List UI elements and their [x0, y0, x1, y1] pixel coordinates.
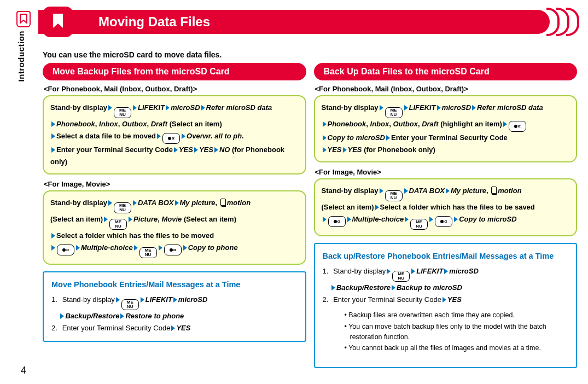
sub-heading: <For Image, Movie>: [315, 168, 578, 176]
arrow-icon: [133, 105, 137, 110]
menu-key-icon: ME NU: [385, 190, 403, 201]
arrow-icon: [323, 121, 327, 127]
arrow-icon: [175, 200, 179, 206]
text: Stand-by display: [333, 267, 386, 275]
bookmark-icon: [43, 7, 73, 37]
arrow-icon: [51, 121, 55, 127]
text: My picture: [180, 199, 216, 207]
info-box-title: Move Phonebook Entries/Mail Messages at …: [51, 278, 298, 292]
arrow-icon: [343, 147, 347, 153]
arrow-icon: [405, 217, 409, 222]
arrow-icon: [51, 147, 55, 153]
right-column: Back Up Data Files to the microSD Card <…: [314, 63, 578, 368]
arrow-icon: [174, 147, 178, 153]
note: Backup files are overwritten each time t…: [345, 310, 569, 321]
arrow-icon: [392, 285, 395, 290]
menu-key-icon: ME NU: [109, 219, 127, 230]
step: 2. Enter your Terminal Security CodeYES: [51, 322, 298, 334]
arrow-icon: [134, 245, 138, 251]
text: Backup to microSD: [397, 283, 462, 292]
text: YES: [447, 295, 462, 304]
page-title: Moving Data Files: [98, 14, 210, 30]
arrow-icon: [129, 217, 132, 222]
ir-key-icon: α: [164, 245, 182, 255]
ir-key-icon: α: [57, 245, 74, 255]
text: Inbox: [370, 120, 389, 128]
text: DATA BOX: [409, 187, 445, 195]
note: You can move batch backup files only to …: [345, 322, 569, 342]
arrow-icon: [141, 297, 144, 302]
text: Overwr. all to ph.: [187, 132, 244, 140]
section-title: Back Up Data Files to the microSD Card: [314, 63, 578, 80]
text: LIFEKIT: [409, 103, 436, 112]
arrow-icon: [380, 105, 383, 110]
text: microSD: [178, 295, 207, 304]
sidebar: Introduction: [16, 11, 30, 109]
arrow-icon: [173, 297, 177, 302]
instruction-box: Stand-by displayME NUDATA BOXMy picture,…: [314, 178, 578, 236]
text: Draft: [151, 120, 167, 128]
arrow-icon: [120, 313, 124, 319]
text: Multiple-choice: [81, 243, 133, 252]
arrow-icon: [51, 133, 55, 139]
text: Copy to microSD: [459, 215, 516, 223]
motion-icon: [220, 199, 226, 206]
text: Phonebook: [328, 120, 366, 128]
text: LIFEKIT: [145, 295, 172, 304]
text: Stand-by display: [322, 103, 379, 112]
arrow-icon: [76, 245, 80, 251]
instruction-box: Stand-by displayME NULIFEKITmicroSDRefer…: [314, 95, 578, 162]
sub-heading: <For Phonebook, Mail (Inbox, Outbox, Dra…: [44, 85, 306, 93]
arrow-icon: [201, 105, 205, 110]
text: Movie: [161, 215, 182, 223]
text: Copy to microSD: [328, 133, 385, 142]
arrow-icon: [444, 269, 448, 274]
text: Outbox: [393, 120, 418, 128]
menu-key-icon: ME NU: [114, 107, 131, 118]
sidebar-label: Introduction: [16, 31, 26, 82]
arrow-icon: [429, 217, 433, 222]
text: Picture: [133, 215, 158, 223]
text: motion: [227, 199, 251, 207]
text: Select a data file to be moved: [56, 132, 156, 140]
arrow-icon: [380, 188, 383, 194]
text: Refer microSD data: [477, 103, 543, 112]
text: Stand-by display: [50, 103, 107, 112]
arrow-icon: [157, 133, 161, 139]
arrow-icon: [182, 133, 185, 139]
text: YES: [199, 146, 213, 154]
arrow-icon: [331, 285, 335, 290]
menu-key-icon: ME NU: [410, 219, 428, 230]
text: Stand-by display: [62, 295, 115, 304]
menu-key-icon: ME NU: [121, 299, 139, 310]
arrow-icon: [347, 217, 351, 222]
step: 2. Enter your Terminal Security CodeYES: [323, 294, 569, 306]
arrow-icon: [443, 297, 446, 302]
arrow-icon: [183, 245, 187, 251]
bookmark-icon: [16, 11, 31, 27]
text: Select a folder which has the files to b…: [380, 203, 535, 211]
section-title: Move Backup Files from the microSD Card: [43, 63, 306, 80]
text: Backup/Restore: [65, 312, 119, 320]
arrow-icon: [108, 200, 112, 206]
text: microSD: [442, 103, 471, 112]
text: DATA BOX: [138, 199, 173, 207]
text: Refer microSD data: [206, 103, 272, 112]
arrow-icon: [60, 313, 64, 319]
instruction-box: Stand-by displayME NUDATA BOXMy picture,…: [43, 190, 306, 265]
ir-key-icon: α: [435, 216, 452, 227]
sub-heading: <For Phonebook, Mail (Inbox, Outbox, Dra…: [315, 85, 578, 93]
menu-key-icon: ME NU: [385, 107, 403, 118]
text: (Select an item): [50, 215, 103, 223]
arrow-icon: [194, 147, 198, 153]
info-box: Move Phonebook Entries/Mail Messages at …: [43, 271, 306, 342]
text: YES: [176, 324, 190, 332]
text: Backup/Restore: [336, 283, 391, 292]
arrow-icon: [404, 105, 408, 110]
arrow-icon: [454, 217, 458, 222]
note: You cannot back up all the files of imag…: [345, 343, 569, 353]
arrow-icon: [116, 297, 120, 302]
text: Enter your Terminal Security Code: [62, 324, 171, 332]
header-bar: Moving Data Files: [38, 10, 550, 34]
arrow-icon: [159, 245, 162, 251]
